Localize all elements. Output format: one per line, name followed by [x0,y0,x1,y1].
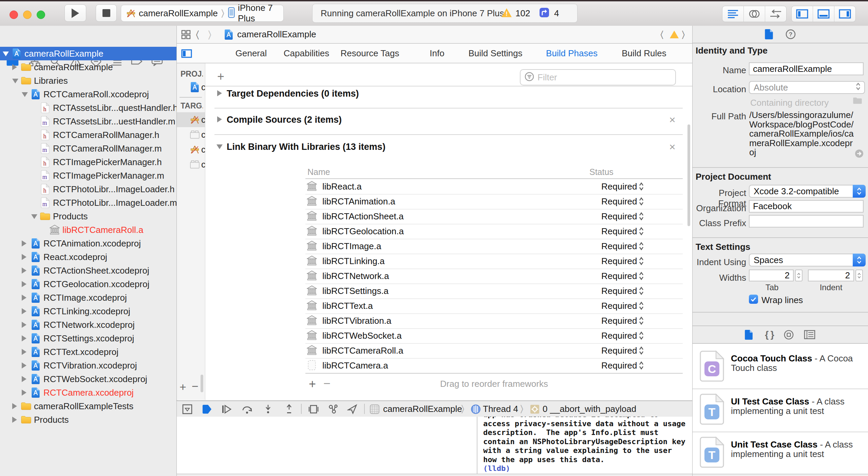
toggle-projects-list-icon[interactable] [181,48,192,59]
continue-icon[interactable] [221,404,232,415]
library-table-row[interactable]: libRCTVibration.a Required [305,313,683,329]
navigator-row[interactable]: Libraries [0,74,176,87]
disclosure-collapsed-icon[interactable] [22,281,26,287]
navigator-row[interactable]: hRCTCameraRollManager.h [0,128,176,142]
status-stepper-icon[interactable] [639,197,644,207]
navigator-row[interactable]: hRCTAssetsLibr...questHandler.h [0,101,176,115]
location-popup[interactable]: Absolute [749,81,865,94]
class-prefix-field[interactable] [749,215,864,227]
navigator-row[interactable]: RCTVibration.xcodeproj [0,359,176,372]
library-status[interactable]: Required [601,179,637,194]
library-template-item[interactable]: T UI Test Case Class - A class implement… [693,389,868,432]
disclosure-collapsed-icon[interactable] [22,295,26,301]
scheme-selector[interactable]: cameraRollExample 〉 iPhone 7 Plus [121,5,284,22]
disclosure-collapsed-icon[interactable] [12,417,17,423]
indent-width-field[interactable]: 2 [808,270,854,281]
disclosure-collapsed-icon[interactable] [22,240,26,246]
disclosure-collapsed-icon[interactable] [22,267,26,274]
status-stepper-icon[interactable] [639,182,644,193]
navigator-row[interactable]: RCTAnimation.xcodeproj [0,237,176,250]
library-table-row[interactable]: libRCTImage.a Required [305,239,683,254]
navigator-row[interactable]: RCTWebSocket.xcodeproj [0,372,176,386]
back-button[interactable]: 〈 [196,26,199,43]
library-status[interactable]: Required [601,269,637,283]
library-status[interactable]: Required [601,283,637,298]
navigator-row[interactable]: libRCTCameraRoll.a [0,223,176,237]
scrollbar[interactable] [687,124,690,226]
status-stepper-icon[interactable] [639,286,644,297]
target-row[interactable]: c [177,157,205,172]
library-status[interactable]: Required [601,328,637,343]
navigator-row[interactable]: Products [0,413,176,427]
target-row[interactable]: c [177,142,205,157]
scrollbar[interactable] [201,375,203,392]
navigator-row[interactable]: RCTSettings.xcodeproj [0,332,176,345]
tab-build-rules[interactable]: Build Rules [622,44,666,63]
organization-field[interactable]: Facebook [749,200,864,213]
library-table-row[interactable]: libRCTText.a Required [305,298,683,314]
media-library-icon[interactable] [804,329,815,340]
issue-warning-icon[interactable] [669,30,679,40]
file-inspector-icon[interactable] [763,29,775,40]
object-library-icon[interactable] [783,329,794,340]
library-table-row[interactable]: libRCTAnimation.a Required [305,194,683,210]
tab-resource-tags[interactable]: Resource Tags [341,44,399,63]
disclosure-collapsed-icon[interactable] [22,322,26,328]
stop-button[interactable] [96,4,117,22]
status-stepper-icon[interactable] [639,361,644,372]
library-template-item[interactable]: C Cocoa Touch Class - A Cocoa Touch clas… [693,346,868,389]
help-inspector-icon[interactable]: ? [785,29,796,40]
status-stepper-icon[interactable] [639,301,644,312]
minimize-window-button[interactable] [23,11,32,19]
library-table-row[interactable]: libRCTGeolocation.a Required [305,224,683,239]
disclosure-collapsed-icon[interactable] [22,308,26,314]
toggle-inspector-button[interactable] [834,6,855,22]
status-stepper-icon[interactable] [639,331,644,342]
remove-target-button[interactable]: − [192,380,199,393]
disclosure-collapsed-icon[interactable] [22,254,26,260]
disclosure-collapsed-icon[interactable] [22,390,26,396]
library-table-row[interactable]: libReact.a Required [305,179,683,195]
navigator-row[interactable]: hRCTImagePickerManager.h [0,155,176,169]
disclosure-collapsed-icon[interactable] [217,116,222,122]
library-table-row[interactable]: libRCTCamera.a Required [305,358,683,374]
library-status[interactable]: Required [601,313,637,328]
library-table-row[interactable]: libRCTSettings.a Required [305,283,683,299]
disclosure-expanded-icon[interactable] [216,144,223,149]
navigator-row[interactable]: cameraRollExample [0,60,176,74]
navigator-row[interactable]: RCTImage.xcodeproj [0,291,176,304]
warning-count[interactable]: 102 [515,8,530,19]
toggle-navigator-button[interactable] [792,6,813,22]
run-button[interactable] [64,4,86,22]
add-build-phase-button[interactable]: + [217,70,224,84]
runtime-issue-count[interactable]: 4 [554,8,559,19]
navigator-row[interactable]: RCTCamera.xcodeproj [0,386,176,399]
indent-using-popup[interactable]: Spaces [749,254,866,266]
navigator-row[interactable]: mRCTCameraRollManager.m [0,142,176,155]
tab-build-phases[interactable]: Build Phases [546,44,598,63]
status-stepper-icon[interactable] [639,271,644,282]
view-hierarchy-debugger-icon[interactable] [308,404,319,415]
disclosure-collapsed-icon[interactable] [12,64,17,70]
navigator-row[interactable]: RCTLinking.xcodeproj [0,304,176,318]
jump-bar-title[interactable]: cameraRollExample [237,26,316,43]
disclosure-collapsed-icon[interactable] [22,376,26,382]
library-table-row[interactable]: libRCTLinking.a Required [305,254,683,269]
status-stepper-icon[interactable] [639,346,644,357]
library-status[interactable]: Required [601,298,637,313]
code-snippet-library-icon[interactable]: { } [764,329,775,340]
phase-title[interactable]: Compile Sources (2 items) [227,115,342,125]
disclosure-expanded-icon[interactable] [3,52,9,56]
assistant-editor-button[interactable] [743,6,765,22]
navigator-row[interactable]: cameraRollExampleTests [0,399,176,413]
folder-disabled-icon[interactable] [853,97,862,106]
toggle-debug-area-button[interactable] [813,6,834,22]
library-template-item[interactable]: T Unit Test Case Class - A class impleme… [693,432,868,475]
navigator-row[interactable]: mRCTImagePickerManager.m [0,169,176,182]
debugger-console[interactable]: app has crashed because it attempted toa… [477,417,692,473]
phase-title[interactable]: Target Dependencies (0 items) [227,88,359,99]
disclosure-collapsed-icon[interactable] [12,403,17,409]
library-status[interactable]: Required [601,224,637,239]
status-stepper-icon[interactable] [639,256,644,267]
open-path-arrow-icon[interactable] [855,149,864,159]
